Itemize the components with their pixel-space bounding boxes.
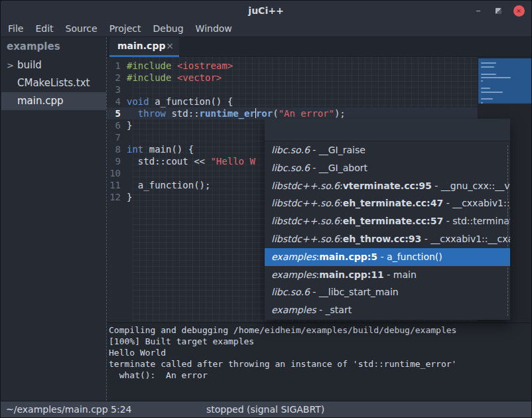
minimize-button[interactable]: – — [472, 1, 485, 21]
backtrace-lib: libstdc++.so.6 — [271, 234, 340, 244]
token-type: runtime_er — [200, 108, 255, 119]
sidebar-item-label: main.cpp — [17, 95, 64, 107]
sidebar-item-label: CMakeLists.txt — [17, 77, 90, 89]
tab-main-cpp[interactable]: main.cpp × — [109, 37, 179, 57]
backtrace-lib: examples — [271, 251, 316, 262]
token-type: ror — [256, 108, 273, 119]
line-number: 5 — [107, 107, 127, 119]
code-text: std::cout << "Hello W — [127, 155, 255, 167]
menu-item-window[interactable]: Window — [190, 21, 238, 36]
maximize-button[interactable] — [492, 1, 505, 21]
menu-item-file[interactable]: File — [2, 21, 29, 36]
code-line: 1#include <iostream> — [107, 60, 478, 72]
code-text: #include <iostream> — [127, 60, 233, 72]
token-def: ); — [334, 108, 346, 119]
backtrace-lib: examples — [271, 305, 316, 315]
backtrace-lib: libc.so.6 — [271, 163, 310, 173]
minimap-code-line — [481, 77, 511, 78]
backtrace-row[interactable]: libc.so.6 - __libc_start_main — [265, 283, 510, 301]
backtrace-row[interactable]: libstdc++.so.6:eh_terminate.cc:57 - std:… — [265, 212, 510, 230]
window-title: juCi++ — [1, 1, 531, 21]
minimap-code-line — [481, 80, 483, 82]
backtrace-lib: examples — [271, 269, 316, 280]
code-text: int main() { — [127, 143, 194, 155]
backtrace-row[interactable]: libstdc++.so.6:eh_throw.cc:93 - __cxxabi… — [265, 230, 510, 248]
backtrace-symbol: - __libc_start_main — [310, 287, 399, 297]
terminal-line: Hello World — [109, 347, 532, 358]
code-text: void a_function() { — [127, 96, 233, 107]
token-def: std:: — [166, 108, 200, 119]
terminal-output[interactable]: Compiling and debugging /home/eidheim/ex… — [107, 322, 532, 402]
terminal-line: [100%] Built target examples — [109, 336, 532, 347]
menu-item-source[interactable]: Source — [60, 21, 103, 36]
backtrace-row[interactable]: examples - _start — [265, 301, 510, 319]
tab-close-icon[interactable]: × — [166, 41, 174, 50]
token-kw: throw — [138, 108, 166, 119]
backtrace-symbol: - __cxxabiv1::__cxa_thro — [421, 234, 510, 244]
token-def: ( — [273, 108, 278, 119]
close-button[interactable]: ✕ — [510, 1, 527, 21]
minimap-code-line — [481, 88, 490, 89]
sidebar-item-main-cpp[interactable]: main.cpp — [1, 92, 106, 110]
terminal-line: terminate called after throwing an insta… — [109, 358, 532, 370]
menu-item-project[interactable]: Project — [103, 21, 147, 36]
backtrace-symbol: - __cxxabiv1::__tern — [443, 198, 510, 208]
backtrace-lib: libstdc++.so.6 — [271, 180, 340, 191]
terminal-line: Compiling and debugging /home/eidheim/ex… — [109, 324, 532, 336]
debug-status: stopped (signal SIGABRT) — [206, 401, 324, 417]
popup-scrollbar[interactable] — [507, 145, 508, 316]
menu-item-edit[interactable]: Edit — [29, 21, 59, 36]
backtrace-row[interactable]: libstdc++.so.6:vterminate.cc:95 - __gnu_… — [265, 177, 510, 195]
backtrace-symbol: - a_function() — [377, 251, 442, 262]
menubar: FileEditSourceProjectDebugWindow — [1, 21, 531, 37]
token-kw: int — [127, 144, 143, 155]
backtrace-symbol: - __gnu_cxx::__verbos — [432, 180, 510, 191]
backtrace-row[interactable]: examples:main.cpp:11 - main — [265, 266, 510, 284]
backtrace-lib: libc.so.6 — [271, 145, 310, 155]
code-line: 4void a_function() { — [107, 96, 478, 107]
backtrace-symbol: - __GI_abort — [310, 163, 367, 173]
minimap-code-line — [481, 102, 483, 104]
terminal-line: what(): An error — [109, 370, 532, 381]
backtrace-row[interactable]: libc.so.6 - __GI_abort — [265, 159, 510, 177]
tab-label: main.cpp — [117, 40, 166, 51]
line-number: 7 — [107, 131, 127, 143]
token-str: <vector> — [177, 72, 222, 83]
backtrace-file-line: eh_terminate.cc:57 — [343, 216, 444, 226]
code-text: } — [127, 191, 132, 203]
backtrace-row[interactable]: examples:main.cpp:5 - a_function() — [265, 248, 510, 266]
backtrace-row[interactable]: libc.so.6 - __GI_raise — [265, 141, 510, 159]
backtrace-lib: libstdc++.so.6 — [271, 216, 340, 226]
file-tree-sidebar[interactable]: examples >buildCMakeLists.txtmain.cpp — [1, 37, 106, 401]
sidebar-item-build[interactable]: >build — [1, 56, 106, 74]
token-def — [127, 108, 138, 119]
sidebar-resize-handle[interactable] — [106, 37, 107, 401]
token-def: } — [127, 120, 132, 131]
token-def: a_function() { — [149, 96, 233, 107]
backtrace-row[interactable]: libstdc++.so.6:eh_terminate.cc:47 - __cx… — [265, 194, 510, 212]
backtrace-lib: libc.so.6 — [271, 287, 310, 297]
chevron-right-icon[interactable]: > — [7, 56, 14, 74]
minimap-slider[interactable] — [478, 58, 532, 104]
token-pp: #include — [127, 72, 177, 83]
menu-item-debug[interactable]: Debug — [147, 21, 190, 36]
titlebar[interactable]: juCi++ – ✕ — [1, 1, 531, 21]
line-number: 6 — [107, 119, 127, 131]
token-str: <iostream> — [177, 60, 233, 71]
backtrace-file-line: main.cpp:11 — [319, 269, 384, 280]
token-def: main() { — [143, 144, 194, 155]
line-number: 2 — [107, 72, 127, 84]
code-text: #include <vector> — [127, 72, 222, 84]
line-number: 4 — [107, 96, 127, 107]
code-line: 5 throw std::runtime_error("An error"); — [107, 107, 478, 119]
backtrace-file-line: vterminate.cc:95 — [343, 180, 432, 191]
token-str: "Hello W — [210, 156, 255, 167]
sidebar-item-cmakelists-txt[interactable]: CMakeLists.txt — [1, 74, 106, 92]
backtrace-symbol: - __GI_raise — [310, 145, 366, 155]
line-number: 3 — [107, 84, 127, 96]
minimap-code-line — [481, 62, 496, 64]
backtrace-symbol: - main — [384, 269, 417, 280]
backtrace-popup-header — [265, 119, 510, 141]
line-number: 9 — [107, 155, 127, 167]
backtrace-file-line: eh_throw.cc:93 — [343, 234, 422, 244]
